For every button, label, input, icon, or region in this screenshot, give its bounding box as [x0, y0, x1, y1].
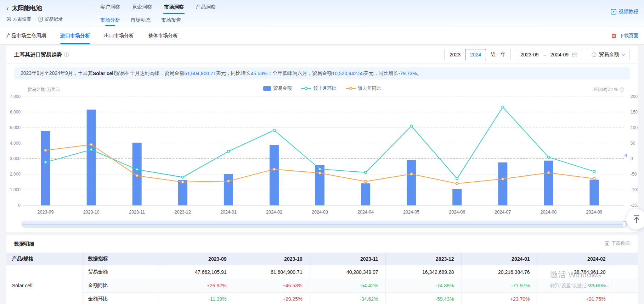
- product-cell: Solar cell: [6, 265, 82, 304]
- tab-market-insight[interactable]: 市场洞察: [164, 4, 184, 10]
- value-cell: -74.88%: [385, 279, 461, 292]
- year-button-recent-year[interactable]: 近一年: [486, 49, 510, 60]
- bar-2023-09[interactable]: [41, 131, 50, 205]
- trade-records-link[interactable]: 贸易记录: [38, 16, 63, 22]
- back-to-top-button[interactable]: [626, 209, 644, 230]
- point-较去年同比-2023-09[interactable]: [44, 149, 46, 151]
- download-page-link[interactable]: 下载页面: [611, 27, 638, 44]
- subtab-market-dynamics[interactable]: 市场动态: [131, 17, 151, 23]
- x-axis-label: 2024-06: [449, 210, 465, 215]
- bar-2024-04[interactable]: [361, 183, 370, 205]
- point-较去年同比-2023-10[interactable]: [90, 143, 92, 145]
- column-header-metric: 数据指标: [82, 253, 158, 265]
- point-较去年同比-2024-08[interactable]: [547, 172, 549, 174]
- point-较去年同比-2024-03[interactable]: [319, 172, 321, 174]
- bar-2024-02[interactable]: [270, 145, 279, 205]
- column-header-empty: [613, 253, 638, 265]
- metric-select[interactable]: 贸易金额: [587, 49, 630, 60]
- scrollbar-track-line: [22, 224, 627, 225]
- bar-2024-07[interactable]: [498, 162, 507, 205]
- x-axis-label: 2024-08: [540, 210, 557, 215]
- year-button-2023[interactable]: 2023: [445, 49, 465, 60]
- value-cell: -71.97%: [461, 279, 537, 292]
- trade-records-label: 贸易记录: [44, 16, 63, 22]
- table-row-amount-mom: 金额环比-11.39%+29.25%-34.62%-59.43%+23.70%+…: [6, 292, 638, 304]
- point-较去年同比-2024-04[interactable]: [365, 180, 367, 182]
- point-较上月环比-2024-05[interactable]: [410, 125, 412, 127]
- point-较去年同比-2024-05[interactable]: [410, 173, 412, 175]
- point-较上月环比-2023-11[interactable]: [136, 168, 138, 171]
- date-from-value[interactable]: 2023-09: [520, 52, 538, 57]
- nav-item-export-market-analysis[interactable]: 出口市场分析: [104, 27, 134, 44]
- point-较去年同比-2023-11[interactable]: [136, 175, 138, 177]
- column-header-2023-12: 2023-12: [385, 253, 461, 265]
- subtab-market-analysis[interactable]: 市场分析: [100, 17, 120, 23]
- point-较上月环比-2024-02[interactable]: [273, 129, 275, 131]
- value-cell: -34.62%: [310, 292, 385, 304]
- value-cell: +26.92%: [158, 279, 234, 292]
- legend-item-yoy[interactable]: 较去年同比: [346, 85, 381, 92]
- data-detail-card: 数据明细 下载数据 产品/规格数据指标2023-092023-102023-11…: [6, 235, 638, 304]
- legend-item-trade-amount[interactable]: 贸易金额: [263, 85, 292, 92]
- nav-item-overall-market-analysis[interactable]: 整体市场分析: [148, 27, 178, 44]
- point-较去年同比-2024-02[interactable]: [273, 168, 275, 170]
- tab-customer-insight[interactable]: 客户洞察: [100, 4, 120, 10]
- scheme-settings-link[interactable]: 方案设置: [6, 16, 31, 22]
- bar-2024-08[interactable]: [544, 161, 553, 205]
- x-axis-label: 2024-07: [495, 210, 511, 215]
- bar-2024-09[interactable]: [589, 179, 599, 205]
- subtab-market-report[interactable]: 市场报告: [161, 17, 181, 23]
- point-较去年同比-2024-07[interactable]: [502, 178, 504, 180]
- point-较上月环比-2023-10[interactable]: [90, 149, 92, 151]
- bar-2024-05[interactable]: [407, 160, 416, 205]
- point-较去年同比-2024-01[interactable]: [227, 180, 230, 182]
- summary-text-segment: 61,604,900.71: [184, 71, 216, 76]
- empty-cell: [613, 292, 638, 304]
- table-row-trade-amount: Solar cell贸易金额47,662,105.9161,604,900.71…: [6, 265, 638, 279]
- left-axis-tick: 3,000: [10, 156, 21, 161]
- page-title: 太阳能电池: [12, 4, 42, 12]
- chart-data-zoom-scrollbar[interactable]: [21, 221, 628, 228]
- bar-2023-10[interactable]: [87, 110, 96, 205]
- value-cell: 38,764,961.20: [537, 265, 613, 279]
- video-tutorial-link[interactable]: 视频教程: [611, 9, 638, 15]
- legend-line-swatch: [301, 87, 311, 90]
- nav-item-import-market-analysis[interactable]: 进口市场分析: [60, 27, 90, 44]
- point-较上月环比-2024-06[interactable]: [456, 177, 458, 179]
- point-较上月环比-2023-12[interactable]: [182, 176, 184, 178]
- point-较上月环比-2024-09[interactable]: [593, 170, 595, 172]
- right-axis-tick: 50: [631, 141, 635, 146]
- bar-2024-03[interactable]: [315, 165, 324, 205]
- bar-2023-12[interactable]: [178, 180, 187, 205]
- download-page-label: 下载页面: [619, 33, 638, 39]
- scrollbar-handle[interactable]: [623, 221, 626, 227]
- summary-text-segment: 贸易在十月达到高峰，贸易金额: [115, 70, 184, 77]
- point-较去年同比-2024-09[interactable]: [593, 177, 595, 179]
- nav-item-product-lifecycle[interactable]: 产品市场生命周期: [6, 27, 46, 44]
- point-较上月环比-2024-08[interactable]: [547, 156, 549, 158]
- summary-text-segment: 45.53%: [251, 71, 267, 76]
- column-header-2023-10: 2023-10: [234, 253, 310, 265]
- bar-2024-01[interactable]: [224, 174, 233, 205]
- column-header-2023-11: 2023-11: [310, 253, 385, 265]
- point-较上月环比-2024-07[interactable]: [502, 106, 504, 108]
- back-button[interactable]: ‹: [6, 5, 9, 11]
- point-较上月环比-2023-09[interactable]: [44, 161, 46, 163]
- point-较上月环比-2024-01[interactable]: [227, 150, 230, 152]
- column-header-2024-02: 2024-02: [537, 253, 613, 265]
- point-较去年同比-2024-06[interactable]: [456, 182, 458, 184]
- download-data-button[interactable]: 下载数据: [605, 240, 630, 247]
- year-button-2024[interactable]: 2024: [465, 49, 486, 60]
- summary-text-segment: ；全年低峰为六月，贸易金额: [267, 70, 332, 77]
- legend-item-mom[interactable]: 较上月环比: [301, 85, 337, 92]
- tab-product-insight[interactable]: 产品洞察: [196, 4, 216, 10]
- point-较上月环比-2024-03[interactable]: [319, 168, 321, 170]
- point-较去年同比-2023-12[interactable]: [182, 181, 184, 183]
- x-axis-label: 2024-03: [312, 210, 328, 215]
- point-较上月环比-2024-04[interactable]: [365, 171, 367, 173]
- bar-2023-11[interactable]: [132, 143, 142, 205]
- tab-competitor-insight[interactable]: 竞企洞察: [132, 4, 152, 10]
- date-range-picker[interactable]: 2023-09 → 2024-09: [516, 49, 582, 60]
- bar-2024-06[interactable]: [452, 189, 462, 205]
- date-to-value[interactable]: 2024-09: [550, 52, 569, 57]
